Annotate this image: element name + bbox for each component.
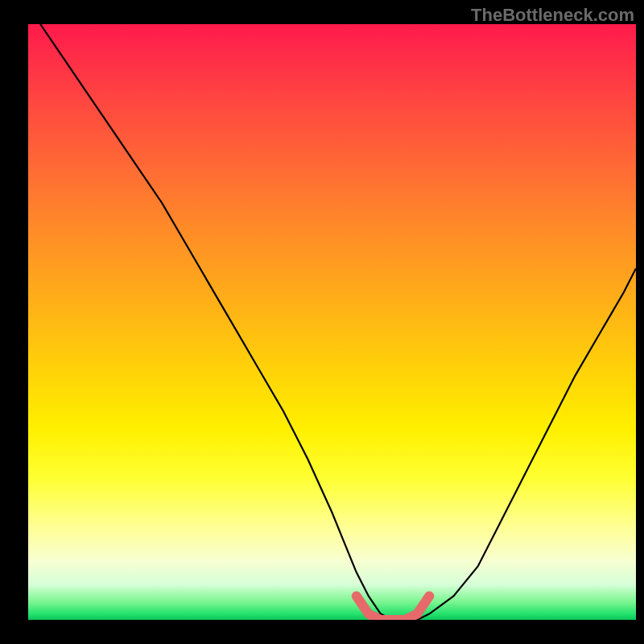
chart-curve-layer [28, 24, 636, 620]
chart-highlight-segment [357, 596, 430, 620]
chart-plot-area [28, 24, 636, 620]
watermark-text: TheBottleneck.com [471, 5, 634, 26]
chart-main-curve [40, 24, 636, 620]
